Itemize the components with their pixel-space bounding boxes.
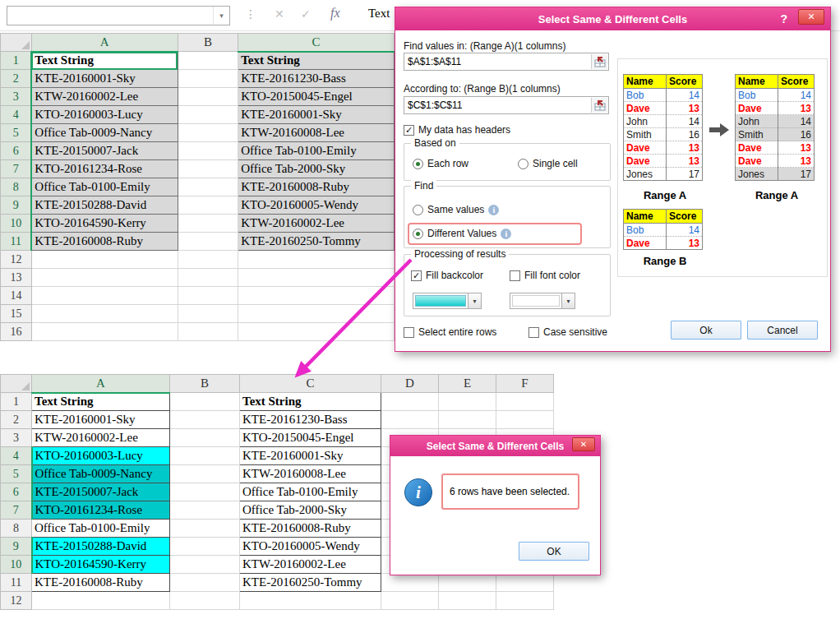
cell-A4[interactable]: KTO-20160003-Lucy [32,447,170,465]
row-header-9[interactable]: 9 [1,196,32,215]
case-sensitive-checkbox[interactable]: Case sensitive [528,326,607,338]
cell-B4[interactable] [178,106,238,124]
cell-A7[interactable]: KTO-20161234-Rose [32,501,170,520]
cell-C8[interactable]: KTE-20160008-Ruby [238,178,395,196]
range-b-input[interactable]: $C$1:$C$11 [404,96,609,114]
cell-B15[interactable] [178,305,238,323]
column-header-d[interactable]: D [381,375,439,393]
cell-B14[interactable] [178,287,238,305]
cell-C9[interactable]: KTO-20160005-Wendy [240,538,381,556]
cell-C1[interactable]: Text String [238,52,395,70]
cell-C8[interactable]: KTE-20160008-Ruby [240,520,381,538]
column-header-a[interactable]: A [31,34,178,52]
cell-A2[interactable]: KTE-20160001-Sky [32,411,170,429]
cell-B8[interactable] [170,520,240,538]
formula-bar-text[interactable]: Text [368,7,390,21]
cell-B3[interactable] [178,88,238,106]
formula-enter-icon[interactable]: ✓ [301,7,311,21]
cell-B16[interactable] [178,323,238,341]
row-header-3[interactable]: 3 [1,429,32,447]
cell-B5[interactable] [178,124,238,142]
cell-A6[interactable]: KTE-20150007-Jack [31,142,178,160]
cell-A12[interactable] [32,592,170,610]
close-icon[interactable]: ✕ [572,437,595,451]
cell-B9[interactable] [170,538,240,556]
cell-C16[interactable] [238,323,395,341]
row-header-7[interactable]: 7 [1,160,32,178]
cell-B10[interactable] [178,215,238,233]
cell-C2[interactable]: KTE-20161230-Bass [238,70,395,88]
cell-C11[interactable]: KTE-20160250-Tommy [238,233,395,251]
ok-button[interactable]: Ok [671,321,741,340]
row-header-10[interactable]: 10 [1,215,32,233]
cell-A9[interactable]: KTE-20150288-David [32,538,170,556]
cell-B4[interactable] [170,447,240,465]
cell-C10[interactable]: KTW-20160002-Lee [240,556,381,574]
cell-C5[interactable]: KTW-20160008-Lee [240,465,381,483]
cell-E2[interactable] [439,411,496,429]
name-box[interactable]: ▾ [7,6,230,25]
column-header-a[interactable]: A [32,375,170,393]
cell-C4[interactable]: KTE-20160001-Sky [240,447,381,465]
cell-B2[interactable] [178,70,238,88]
range-a-input[interactable]: $A$1:$A$11 [404,53,609,71]
message-dialog-titlebar[interactable]: Select Same & Different Cells [390,436,600,456]
select-all-corner[interactable] [1,34,32,52]
column-header-c[interactable]: C [238,34,395,52]
cell-C7[interactable]: Office Tab-2000-Sky [238,160,395,178]
name-box-dropdown-icon[interactable]: ▾ [213,7,229,25]
cell-C12[interactable] [240,592,381,610]
row-header-4[interactable]: 4 [1,106,32,124]
cell-A9[interactable]: KTE-20150288-David [31,196,178,215]
cell-C11[interactable]: KTE-20160250-Tommy [240,574,381,592]
row-header-11[interactable]: 11 [1,574,32,592]
cell-A8[interactable]: Office Tab-0100-Emily [31,178,178,196]
cell-B7[interactable] [178,160,238,178]
cell-A15[interactable] [31,305,178,323]
cell-F2[interactable] [496,411,554,429]
cell-A11[interactable]: KTE-20160008-Ruby [32,574,170,592]
cell-A12[interactable] [31,251,178,269]
row-header-13[interactable]: 13 [1,269,32,287]
row-header-1[interactable]: 1 [1,393,32,411]
row-header-16[interactable]: 16 [1,323,32,341]
cell-A3[interactable]: KTW-20160002-Lee [32,429,170,447]
row-header-10[interactable]: 10 [1,556,32,574]
cell-B10[interactable] [170,556,240,574]
cell-A8[interactable]: Office Tab-0100-Emily [32,520,170,538]
cell-A2[interactable]: KTE-20160001-Sky [31,70,178,88]
fontcolor-dropdown[interactable]: ▾ [510,293,575,309]
cell-C6[interactable]: Office Tab-0100-Emily [238,142,395,160]
cell-A1[interactable]: Text String [31,52,178,70]
fill-font-color-checkbox[interactable]: Fill font color [510,270,580,281]
cell-F11[interactable] [496,574,554,592]
cell-C4[interactable]: KTE-20160001-Sky [238,106,395,124]
row-header-2[interactable]: 2 [1,411,32,429]
column-header-f[interactable]: F [496,375,554,393]
cell-C6[interactable]: Office Tab-0100-Emily [240,483,381,501]
dropdown-icon[interactable]: ▾ [468,293,481,308]
cell-A10[interactable]: KTO-20164590-Kerry [31,215,178,233]
row-header-4[interactable]: 4 [1,447,32,465]
select-entire-rows-checkbox[interactable]: Select entire rows [404,326,496,338]
cell-A5[interactable]: Office Tab-0009-Nancy [32,465,170,483]
cell-D11[interactable] [381,574,439,592]
row-header-12[interactable]: 12 [1,592,32,610]
cell-B5[interactable] [170,465,240,483]
backcolor-dropdown[interactable]: ▾ [413,293,482,309]
same-values-radio[interactable]: Same values i [413,204,499,215]
cell-B11[interactable] [178,233,238,251]
row-header-1[interactable]: 1 [1,52,32,70]
cell-A16[interactable] [31,323,178,341]
single-cell-radio[interactable]: Single cell [518,158,578,169]
cell-C14[interactable] [238,287,395,305]
cell-C5[interactable]: KTW-20160008-Lee [238,124,395,142]
cell-C7[interactable]: Office Tab-2000-Sky [240,501,381,520]
cell-A10[interactable]: KTO-20164590-Kerry [32,556,170,574]
cell-B13[interactable] [178,269,238,287]
cell-B2[interactable] [170,411,240,429]
range-picker-icon[interactable] [591,54,607,69]
cell-C3[interactable]: KTO-20150045-Engel [238,88,395,106]
cell-C9[interactable]: KTO-20160005-Wendy [238,196,395,215]
cell-B7[interactable] [170,501,240,520]
